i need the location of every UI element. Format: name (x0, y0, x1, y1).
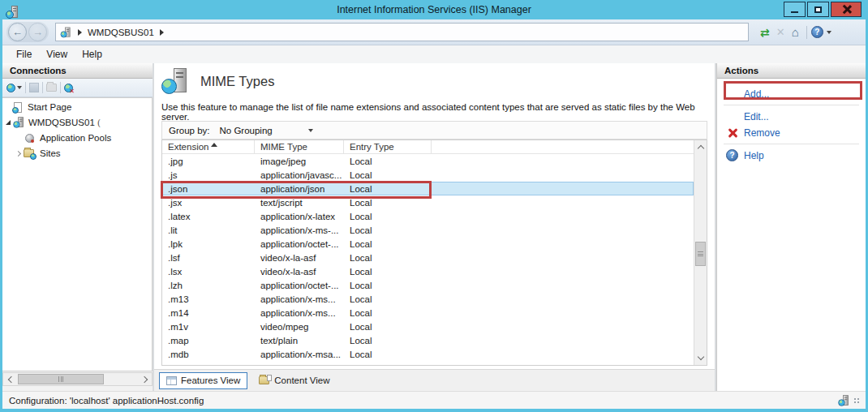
scroll-down-icon[interactable] (694, 351, 707, 365)
maximize-icon (814, 6, 822, 13)
create-connection-icon[interactable] (6, 84, 15, 92)
connections-header: Connections (2, 63, 153, 79)
tree-item-start-page[interactable]: Start Page (2, 101, 152, 114)
content-view-icon (259, 376, 270, 385)
start-page-icon (14, 102, 22, 113)
table-row[interactable]: .m1vvideo/mpegLocal (162, 320, 694, 333)
list-vertical-scrollbar[interactable] (694, 140, 707, 365)
column-header-entry-type[interactable]: Entry Type (344, 140, 432, 153)
address-bar[interactable]: WMDQSBUS01 (55, 23, 749, 41)
minimize-button[interactable] (784, 2, 806, 17)
actions-panel: Actions Add... Edit... Remove ? Help (716, 63, 866, 391)
table-row[interactable]: .jpgimage/jpegLocal (162, 154, 694, 168)
help-dropdown-icon[interactable] (827, 31, 831, 34)
tab-content-view[interactable]: Content View (252, 372, 336, 389)
features-view-icon (166, 376, 177, 385)
view-tabs-bar: Features View Content View (154, 369, 715, 391)
table-row[interactable]: .lsxvideo/x-la-asfLocal (162, 264, 694, 278)
delete-connection-icon[interactable] (64, 84, 73, 92)
redacted-text (102, 118, 141, 127)
table-row[interactable]: .maptext/plainLocal (162, 333, 694, 347)
action-add[interactable]: Add... (725, 87, 866, 101)
sort-ascending-icon (211, 143, 217, 147)
table-row[interactable]: .jsxtext/jscriptLocal (162, 195, 694, 209)
action-remove[interactable]: Remove (725, 126, 866, 139)
up-folder-icon (46, 84, 57, 92)
table-row[interactable]: .jsapplication/javasc...Local (162, 168, 694, 182)
table-row-selected[interactable]: .jsonapplication/jsonLocal (162, 182, 694, 195)
resize-grip[interactable] (853, 397, 861, 405)
list-rows: .jpgimage/jpegLocal .jsapplication/javas… (162, 154, 694, 365)
breadcrumb-arrow-icon (78, 29, 82, 36)
menu-view[interactable]: View (39, 49, 75, 60)
tree-item-application-pools[interactable]: Application Pools (2, 131, 152, 144)
application-pools-icon (25, 134, 34, 143)
title-bar[interactable]: Internet Information Services (IIS) Mana… (0, 0, 868, 19)
actions-header: Actions (717, 63, 866, 79)
table-row[interactable]: .latexapplication/x-latexLocal (162, 209, 694, 223)
table-row[interactable]: .mdbapplication/x-msa...Local (162, 347, 694, 361)
breadcrumb-arrow-icon[interactable] (160, 29, 164, 36)
mime-types-list: Extension MIME Type Entry Type .jpgimage… (161, 139, 707, 366)
table-row[interactable]: .lpkapplication/octet-...Local (162, 237, 694, 251)
action-edit[interactable]: Edit... (725, 109, 866, 123)
status-text: Configuration: 'localhost' applicationHo… (9, 396, 204, 406)
connections-horizontal-scrollbar[interactable] (2, 372, 153, 386)
save-connection-icon (29, 83, 39, 92)
expanded-icon[interactable] (6, 120, 11, 125)
tree-item-server[interactable]: WMDQSBUS01 ( (2, 116, 152, 129)
action-help[interactable]: ? Help (725, 148, 866, 162)
chevron-down-icon (308, 129, 313, 132)
iis-manager-window: Internet Information Services (IIS) Mana… (0, 0, 868, 412)
table-row[interactable]: .lzhapplication/octet-...Local (162, 278, 694, 292)
tree-item-sites[interactable]: Sites (2, 147, 152, 160)
refresh-icon[interactable]: ⇄ (760, 26, 770, 39)
breadcrumb-server[interactable]: WMDQSBUS01 (88, 28, 154, 37)
navigation-toolbar: ← → WMDQSBUS01 ⇄ ✕ ⌂ ? (2, 19, 866, 45)
scrollbar-thumb[interactable] (18, 374, 104, 384)
mime-types-feature-panel: MIME Types Use this feature to manage th… (154, 63, 715, 391)
table-row[interactable]: .lsfvideo/x-la-asfLocal (162, 251, 694, 264)
group-by-bar: Group by: No Grouping (161, 121, 707, 139)
scroll-left-icon[interactable] (3, 373, 16, 385)
feature-description: Use this feature to manage the list of f… (161, 102, 697, 122)
maximize-button[interactable] (807, 2, 829, 17)
menu-file[interactable]: File (9, 49, 39, 60)
help-icon[interactable]: ? (811, 26, 823, 38)
scroll-right-icon[interactable] (139, 373, 152, 385)
connection-dropdown-icon[interactable] (17, 86, 22, 89)
content-area: Connections Start Page (2, 63, 866, 391)
back-button[interactable]: ← (8, 23, 27, 41)
server-icon (61, 27, 71, 37)
scrollbar-thumb[interactable] (695, 242, 706, 266)
tab-features-view[interactable]: Features View (159, 372, 247, 389)
home-icon[interactable]: ⌂ (792, 25, 799, 39)
table-row[interactable]: .m13application/x-ms...Local (162, 292, 694, 306)
stop-icon: ✕ (776, 26, 785, 38)
status-bar: Configuration: 'localhost' applicationHo… (2, 391, 866, 409)
close-button[interactable] (831, 2, 862, 17)
mime-types-icon (161, 68, 187, 94)
menu-help[interactable]: Help (75, 49, 110, 60)
forward-button[interactable]: → (28, 23, 47, 41)
table-row[interactable]: .litapplication/x-ms-...Local (162, 223, 694, 237)
column-header-extension[interactable]: Extension (162, 140, 255, 153)
help-circle-icon: ? (726, 149, 738, 161)
list-header: Extension MIME Type Entry Type (162, 140, 707, 154)
connections-toolbar (2, 79, 153, 97)
collapsed-icon[interactable] (15, 150, 21, 156)
group-by-label: Group by: (169, 126, 210, 135)
menu-bar: File View Help (2, 45, 866, 63)
group-by-select[interactable]: No Grouping (220, 126, 313, 135)
close-icon (842, 5, 851, 14)
remove-x-icon (728, 128, 737, 138)
window-title: Internet Information Services (IIS) Mana… (0, 4, 868, 15)
column-header-mime-type[interactable]: MIME Type (255, 140, 344, 153)
scroll-up-icon[interactable] (694, 140, 707, 154)
page-title: MIME Types (200, 74, 274, 89)
minimize-icon (791, 11, 798, 13)
connections-tree: Start Page WMDQSBUS01 ( Application Pool… (2, 97, 153, 371)
server-node-icon (13, 117, 24, 128)
connections-panel: Connections Start Page (2, 63, 153, 391)
table-row[interactable]: .m14application/x-ms...Local (162, 306, 694, 320)
